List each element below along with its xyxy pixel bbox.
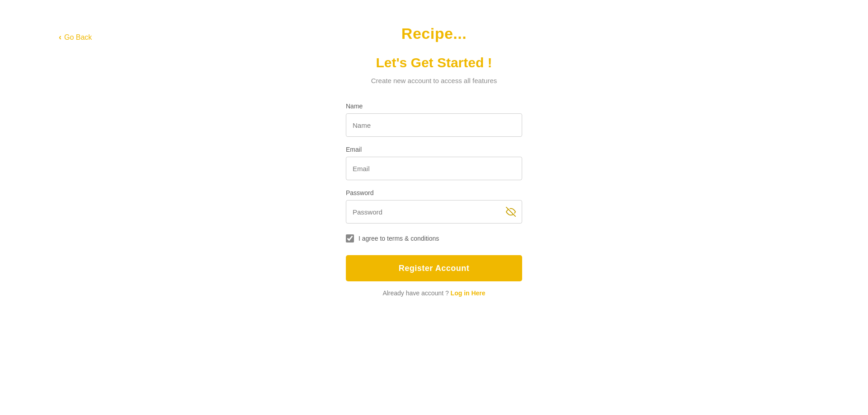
page-subtitle: Create new account to access all feature… <box>371 77 497 84</box>
email-group: Email <box>346 146 522 180</box>
name-input[interactable] <box>346 113 522 137</box>
eye-off-icon <box>506 207 516 217</box>
password-label: Password <box>346 189 522 196</box>
register-form: Name Email Password <box>346 103 522 297</box>
app-title: Recipe... <box>401 25 467 42</box>
terms-label[interactable]: I agree to terms & conditions <box>359 235 439 242</box>
terms-checkbox[interactable] <box>346 234 354 242</box>
password-input[interactable] <box>346 200 522 224</box>
main-content: Recipe... Let's Get Started ! Create new… <box>0 0 868 297</box>
go-back-label: Go Back <box>64 33 92 42</box>
page-container: ‹ Go Back Recipe... Let's Get Started ! … <box>0 0 868 415</box>
password-wrapper <box>346 200 522 224</box>
email-input[interactable] <box>346 157 522 180</box>
page-heading: Let's Get Started ! <box>376 55 492 70</box>
login-prompt-text: Already have account ? <box>382 289 448 297</box>
name-label: Name <box>346 103 522 110</box>
register-button[interactable]: Register Account <box>346 255 522 281</box>
login-link[interactable]: Log in Here <box>451 289 486 297</box>
toggle-password-button[interactable] <box>506 207 516 217</box>
email-label: Email <box>346 146 522 153</box>
name-group: Name <box>346 103 522 137</box>
chevron-left-icon: ‹ <box>59 33 61 42</box>
password-group: Password <box>346 189 522 224</box>
terms-row: I agree to terms & conditions <box>346 234 522 242</box>
go-back-link[interactable]: ‹ Go Back <box>59 33 92 42</box>
login-prompt-container: Already have account ? Log in Here <box>346 289 522 297</box>
